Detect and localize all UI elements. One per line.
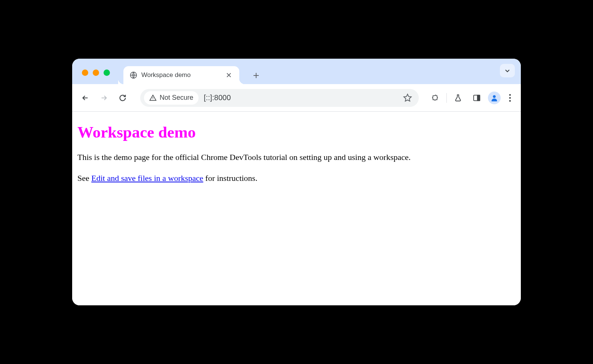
tab-strip: Workspace demo xyxy=(72,59,521,84)
tab-search-button[interactable] xyxy=(500,64,515,77)
toolbar: Not Secure [::]:8000 xyxy=(72,84,521,112)
page-heading: Workspace demo xyxy=(77,123,516,141)
tab-title: Workspace demo xyxy=(141,71,221,79)
page-paragraph: See Edit and save files in a workspace f… xyxy=(77,173,516,184)
divider xyxy=(446,93,447,103)
close-tab-button[interactable] xyxy=(224,71,233,80)
security-label: Not Secure xyxy=(160,94,193,102)
text-prefix: See xyxy=(77,173,91,183)
address-bar[interactable]: Not Secure [::]:8000 xyxy=(140,89,419,107)
forward-button[interactable] xyxy=(96,90,112,106)
back-button[interactable] xyxy=(77,90,93,106)
globe-icon xyxy=(129,71,138,79)
bookmark-button[interactable] xyxy=(400,90,415,105)
tutorial-link[interactable]: Edit and save files in a workspace xyxy=(91,173,203,183)
svg-point-4 xyxy=(509,94,511,95)
text-suffix: for instructions. xyxy=(203,173,258,183)
profile-button[interactable] xyxy=(488,92,501,104)
security-chip[interactable]: Not Secure xyxy=(144,91,199,105)
url-text: [::]:8000 xyxy=(200,93,399,102)
browser-tab[interactable]: Workspace demo xyxy=(123,66,239,84)
svg-rect-2 xyxy=(477,95,480,101)
maximize-window-button[interactable] xyxy=(104,70,110,76)
svg-point-6 xyxy=(509,100,511,101)
svg-point-5 xyxy=(509,97,511,98)
side-panel-button[interactable] xyxy=(469,90,484,105)
chrome-menu-button[interactable] xyxy=(504,91,516,105)
svg-point-3 xyxy=(493,95,495,98)
close-window-button[interactable] xyxy=(82,70,88,76)
page-content: Workspace demo This is the demo page for… xyxy=(72,112,521,305)
minimize-window-button[interactable] xyxy=(93,70,99,76)
extensions-button[interactable] xyxy=(428,90,443,105)
warning-icon xyxy=(149,94,157,102)
page-paragraph: This is the demo page for the official C… xyxy=(77,152,516,163)
labs-button[interactable] xyxy=(451,90,466,105)
toolbar-actions xyxy=(425,90,516,105)
browser-window: Workspace demo xyxy=(72,59,521,305)
reload-button[interactable] xyxy=(115,90,130,106)
window-controls xyxy=(77,70,115,84)
